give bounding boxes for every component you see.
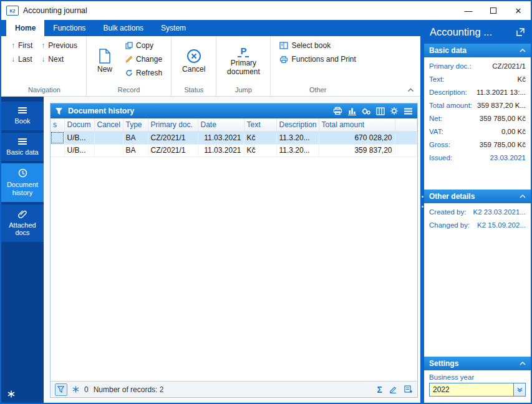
field-issued: Issued: 23.03.2021: [424, 151, 531, 164]
previous-label: Previous: [48, 41, 77, 50]
cell-docum[interactable]: U/B...: [64, 132, 94, 144]
cell-cancel[interactable]: [94, 144, 123, 156]
print-icon[interactable]: [333, 107, 342, 115]
cell-total-amount[interactable]: 359 837,20: [319, 144, 395, 156]
col-header-cancel[interactable]: Cancel: [94, 118, 123, 132]
cell-text[interactable]: Kč: [244, 144, 276, 156]
chevron-down-icon: [517, 387, 523, 392]
field-vat: VAT: 0,00 Kč: [424, 125, 531, 138]
form-add-icon[interactable]: [404, 385, 413, 393]
ribbon-tabbar: Home Functions Bulk actions System: [1, 20, 420, 36]
edit-icon[interactable]: [389, 385, 397, 393]
tab-system[interactable]: System: [152, 20, 195, 36]
primary-document-button[interactable]: P Primary document: [221, 39, 265, 83]
col-header-s[interactable]: s: [51, 118, 64, 132]
popout-icon[interactable]: [516, 27, 525, 37]
settings-content: Business year: [424, 370, 531, 403]
sidebar-item-document-history[interactable]: Document history: [1, 163, 44, 201]
combo-dropdown-button[interactable]: [513, 383, 525, 396]
tab-functions[interactable]: Functions: [44, 20, 94, 36]
functions-and-print-label: Functions and Print: [291, 55, 355, 64]
cell-type[interactable]: BA: [123, 144, 148, 156]
sidebar-item-attached-docs[interactable]: Attached docs: [1, 204, 44, 242]
copy-button[interactable]: Copy: [122, 39, 166, 52]
filter-icon[interactable]: [55, 107, 64, 115]
cell-cancel[interactable]: [94, 132, 123, 144]
cell-filler[interactable]: [395, 132, 417, 144]
change-label: Change: [136, 55, 162, 64]
col-header-text[interactable]: Text: [244, 118, 276, 132]
section-basic-data[interactable]: Basic data: [424, 44, 531, 57]
field-primary-doc: Primary doc.: CZ/2021/1: [424, 59, 531, 72]
columns-icon[interactable]: [376, 107, 385, 115]
col-header-description[interactable]: Description: [276, 118, 319, 132]
copy-icon: [125, 42, 133, 49]
sidebar-item-basic-data[interactable]: Basic data: [1, 133, 44, 161]
gear-icon[interactable]: [390, 107, 399, 115]
maximize-button[interactable]: [481, 1, 506, 20]
sum-icon[interactable]: Σ: [377, 385, 382, 395]
quick-settings-icon[interactable]: [7, 390, 15, 398]
tab-home[interactable]: Home: [6, 20, 44, 36]
cell-primary-doc[interactable]: CZ/2021/1: [148, 144, 198, 156]
gears-icon[interactable]: [362, 107, 371, 115]
list-icon: [17, 107, 27, 114]
grid-header-row: s Docum Cancel Type Primary doc. Date Te…: [51, 118, 417, 132]
sidebar-item-label: Document history: [2, 181, 42, 196]
sidebar-item-book[interactable]: Book: [1, 102, 44, 130]
next-button[interactable]: ↓ Next: [37, 53, 81, 65]
new-button[interactable]: New: [92, 39, 118, 83]
cell-s[interactable]: [51, 132, 64, 144]
first-button[interactable]: ↑ First: [7, 39, 36, 52]
cell-docum[interactable]: U/B...: [64, 144, 94, 156]
cell-date[interactable]: 11.03.2021: [198, 144, 244, 156]
group-label-status: Status: [172, 85, 216, 96]
next-label: Next: [48, 55, 64, 64]
tab-bulk-actions[interactable]: Bulk actions: [94, 20, 152, 36]
ribbon-collapse-chevron-icon[interactable]: [407, 85, 414, 94]
record-count-label: Number of records: 2: [94, 385, 164, 394]
filter-toggle-button[interactable]: [55, 383, 67, 396]
chart-icon[interactable]: [347, 107, 357, 115]
cell-primary-doc[interactable]: CZ/2021/1: [148, 132, 198, 144]
section-other-details[interactable]: Other details: [424, 190, 531, 203]
col-header-filler: [395, 118, 417, 132]
minimize-button[interactable]: —: [456, 1, 481, 20]
cell-date[interactable]: 11.03.2021: [198, 132, 244, 144]
panel-splitter[interactable]: [420, 20, 424, 403]
cell-filler[interactable]: [395, 144, 417, 156]
printer-icon: [279, 55, 288, 64]
select-book-button[interactable]: Select book: [276, 39, 359, 52]
cell-type[interactable]: BA: [123, 132, 148, 144]
chevron-up-icon[interactable]: [520, 49, 526, 52]
table-row[interactable]: U/B... BA CZ/2021/1 11.03.2021 Kč 11.3.2…: [51, 144, 417, 156]
col-header-primary-doc[interactable]: Primary doc.: [148, 118, 198, 132]
cell-s[interactable]: [51, 144, 64, 156]
col-header-docum[interactable]: Docum: [64, 118, 94, 132]
col-header-date[interactable]: Date: [198, 118, 244, 132]
book-icon: [279, 42, 288, 49]
cell-description[interactable]: 11.3.20...: [276, 144, 319, 156]
menu-icon[interactable]: [404, 108, 413, 115]
business-year-input[interactable]: [430, 383, 513, 396]
col-header-total-amount[interactable]: Total amount: [319, 118, 395, 132]
cancel-button[interactable]: Cancel: [177, 39, 211, 83]
col-header-type[interactable]: Type: [123, 118, 148, 132]
cell-description[interactable]: 11.3.20...: [276, 132, 319, 144]
left-sidebar: Book Basic data Document history: [1, 97, 44, 403]
chevron-up-icon[interactable]: [520, 362, 526, 365]
cell-text[interactable]: Kč: [244, 132, 276, 144]
last-button[interactable]: ↓ Last: [7, 53, 36, 65]
field-created-by: Created by: K2 23.03.2021...: [424, 205, 531, 218]
refresh-button[interactable]: Refresh: [122, 67, 166, 79]
section-settings[interactable]: Settings: [424, 357, 531, 370]
cell-total-amount[interactable]: 670 028,20: [319, 132, 395, 144]
refresh-icon: [125, 69, 133, 77]
close-button[interactable]: ✕: [506, 1, 531, 20]
change-button[interactable]: Change: [122, 53, 166, 65]
snowflake-icon[interactable]: [72, 386, 79, 393]
table-row[interactable]: U/B... BA CZ/2021/1 11.03.2021 Kč 11.3.2…: [51, 132, 417, 144]
previous-button[interactable]: ↑ Previous: [37, 39, 81, 52]
chevron-up-icon[interactable]: [520, 195, 526, 198]
functions-and-print-button[interactable]: Functions and Print: [276, 53, 359, 65]
